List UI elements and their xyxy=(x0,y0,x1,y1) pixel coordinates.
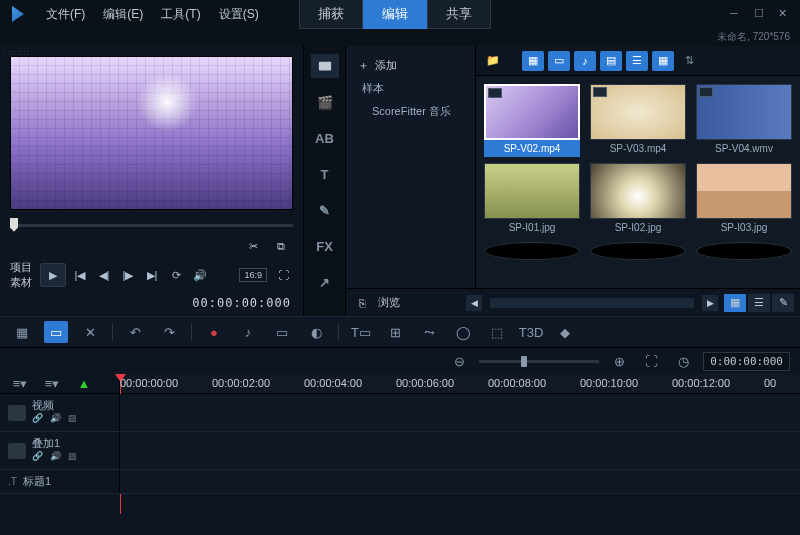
grid-view-icon[interactable]: ▦ xyxy=(652,51,674,71)
add-folder-button[interactable]: ＋添加 xyxy=(354,54,467,77)
filter-photo-icon[interactable]: ♪ xyxy=(574,51,596,71)
view-mode-1[interactable]: ▦ xyxy=(724,294,746,312)
add-track-icon[interactable]: ▲ xyxy=(72,373,96,395)
material-mode-label[interactable]: 素材 xyxy=(10,275,32,290)
scrollbar[interactable] xyxy=(490,298,694,308)
filter-all-icon[interactable]: ▦ xyxy=(522,51,544,71)
thumb-item[interactable]: SP-I01.jpg xyxy=(484,163,580,236)
fit-icon[interactable]: ⛶ xyxy=(639,350,663,372)
go-start-button[interactable]: |◀ xyxy=(70,265,90,285)
play-button[interactable]: ▶ xyxy=(40,263,66,287)
mute-icon[interactable]: 🔊 xyxy=(50,451,64,465)
undo-button[interactable]: ↶ xyxy=(123,321,147,343)
storyboard-view-icon[interactable]: ▦ xyxy=(10,321,34,343)
3d-title-icon[interactable]: T3D xyxy=(519,321,543,343)
track-body[interactable] xyxy=(120,432,800,469)
time-ruler[interactable]: 00:00:00:00 00:00:02:00 00:00:04:00 00:0… xyxy=(120,374,800,393)
timeline-timecode[interactable]: 0:00:00:000 xyxy=(703,352,790,371)
scroll-right-button[interactable]: ▶ xyxy=(702,295,718,311)
go-end-button[interactable]: ▶| xyxy=(142,265,162,285)
link-icon[interactable]: 🔗 xyxy=(32,413,46,427)
eraser-icon[interactable]: ◆ xyxy=(553,321,577,343)
prev-frame-button[interactable]: ◀| xyxy=(94,265,114,285)
repeat-button[interactable]: ⟳ xyxy=(166,265,186,285)
thumb-item[interactable]: SP-I02.jpg xyxy=(590,163,686,236)
media-category-icon[interactable] xyxy=(311,54,339,78)
track-menu-1-icon[interactable]: ≡▾ xyxy=(8,373,32,395)
clock-icon[interactable]: ◷ xyxy=(671,350,695,372)
tab-edit[interactable]: 编辑 xyxy=(363,0,427,29)
menu-settings[interactable]: 设置(S) xyxy=(211,2,267,27)
close-button[interactable]: ✕ xyxy=(778,7,792,21)
path-category-icon[interactable]: ↗ xyxy=(311,270,339,294)
menu-tools[interactable]: 工具(T) xyxy=(153,2,208,27)
project-mode-label[interactable]: 项目 xyxy=(10,260,32,275)
track-menu-2-icon[interactable]: ≡▾ xyxy=(40,373,64,395)
auto-music-icon[interactable]: ▭ xyxy=(270,321,294,343)
preview-viewport[interactable] xyxy=(10,56,293,210)
track-head-video[interactable]: 视频 🔗 🔊 ▨ xyxy=(0,394,120,431)
view-mode-2[interactable]: ☰ xyxy=(748,294,770,312)
menu-file[interactable]: 文件(F) xyxy=(38,2,93,27)
track-body[interactable] xyxy=(120,470,800,493)
import-icon[interactable]: 📁 xyxy=(482,51,504,71)
maximize-button[interactable]: ☐ xyxy=(754,7,768,21)
tree-sample[interactable]: 样本 xyxy=(354,77,467,100)
lock-icon[interactable]: ▨ xyxy=(68,451,82,465)
drag-handle[interactable]: :::::::: xyxy=(0,46,303,54)
zoom-in-icon[interactable]: ⊕ xyxy=(607,350,631,372)
volume-button[interactable]: 🔊 xyxy=(190,265,210,285)
crop-icon[interactable]: ⬚ xyxy=(485,321,509,343)
thumb-item[interactable]: SP-V04.wmv xyxy=(696,84,792,157)
split-screen-icon[interactable]: ⊞ xyxy=(383,321,407,343)
transition-category-icon[interactable]: AB xyxy=(311,126,339,150)
instant-project-icon[interactable]: 🎬 xyxy=(311,90,339,114)
scrub-handle[interactable] xyxy=(10,218,18,232)
filter-video-icon[interactable]: ▭ xyxy=(548,51,570,71)
link-icon[interactable]: 🔗 xyxy=(32,451,46,465)
lock-icon[interactable]: ▨ xyxy=(68,413,82,427)
aspect-ratio-badge[interactable]: 16:9 xyxy=(239,268,267,282)
track-head-overlay[interactable]: 叠加1 🔗 🔊 ▨ xyxy=(0,432,120,469)
record-icon[interactable]: ● xyxy=(202,321,226,343)
track-head-title[interactable]: .T 标题1 xyxy=(0,470,120,493)
tools-icon[interactable]: ✕ xyxy=(78,321,102,343)
redo-button[interactable]: ↷ xyxy=(157,321,181,343)
scrub-bar[interactable] xyxy=(10,216,293,232)
filter-category-icon[interactable]: FX xyxy=(311,234,339,258)
tab-capture[interactable]: 捕获 xyxy=(299,0,363,29)
filter-audio-icon[interactable]: ▤ xyxy=(600,51,622,71)
cut-icon[interactable]: ✂ xyxy=(243,236,263,256)
graphic-category-icon[interactable]: ✎ xyxy=(311,198,339,222)
zoom-slider[interactable] xyxy=(479,360,599,363)
split-icon[interactable]: ⧉ xyxy=(271,236,291,256)
thumb-item[interactable] xyxy=(590,242,686,260)
mute-icon[interactable]: 🔊 xyxy=(50,413,64,427)
browse-label[interactable]: 浏览 xyxy=(378,295,400,310)
menu-edit[interactable]: 编辑(E) xyxy=(95,2,151,27)
timeline-view-icon[interactable]: ▭ xyxy=(44,321,68,343)
title-category-icon[interactable]: T xyxy=(311,162,339,186)
tree-scorefitter[interactable]: ScoreFitter 音乐 xyxy=(354,100,467,123)
motion-icon[interactable]: ⤳ xyxy=(417,321,441,343)
chroma-icon[interactable]: ◯ xyxy=(451,321,475,343)
list-view-icon[interactable]: ☰ xyxy=(626,51,648,71)
marker-icon[interactable]: ◐ xyxy=(304,321,328,343)
next-frame-button[interactable]: |▶ xyxy=(118,265,138,285)
thumb-item[interactable]: SP-I03.jpg xyxy=(696,163,792,236)
thumb-item[interactable]: SP-V02.mp4 xyxy=(484,84,580,157)
tab-share[interactable]: 共享 xyxy=(427,0,491,29)
track-body[interactable] xyxy=(120,394,800,431)
view-mode-3[interactable]: ✎ xyxy=(772,294,794,312)
minimize-button[interactable]: ─ xyxy=(730,7,744,21)
fullscreen-icon[interactable]: ⛶ xyxy=(273,265,293,285)
text-tool-icon[interactable]: T▭ xyxy=(349,321,373,343)
audio-mixer-icon[interactable]: ♪ xyxy=(236,321,260,343)
thumb-item[interactable] xyxy=(696,242,792,260)
thumb-item[interactable] xyxy=(484,242,580,260)
zoom-out-icon[interactable]: ⊖ xyxy=(447,350,471,372)
scroll-left-button[interactable]: ◀ xyxy=(466,295,482,311)
thumb-item[interactable]: SP-V03.mp4 xyxy=(590,84,686,157)
sort-icon[interactable]: ⇅ xyxy=(678,51,700,71)
browse-icon[interactable]: ⎘ xyxy=(352,293,372,313)
